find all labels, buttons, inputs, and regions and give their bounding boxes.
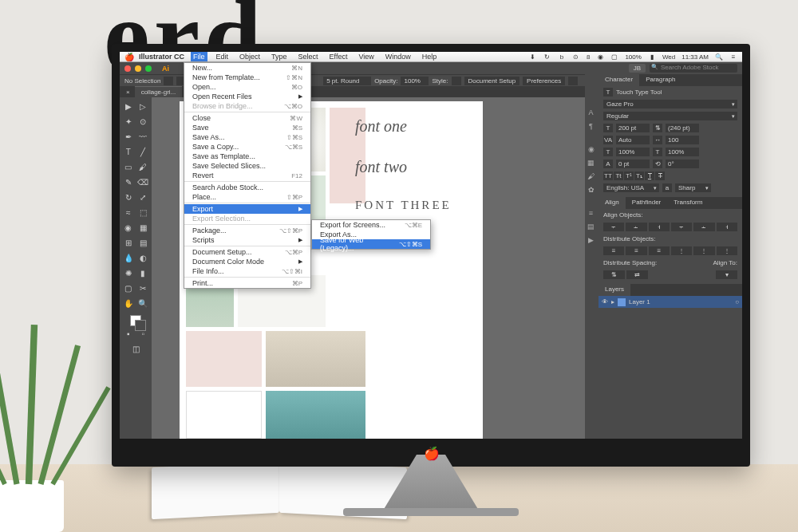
- export-submenu-item[interactable]: Export for Screens...⌥⌘E: [312, 220, 430, 230]
- file-menu-item[interactable]: Export▶: [184, 204, 310, 214]
- baseline-input[interactable]: 0 pt: [616, 160, 650, 168]
- antialias-select[interactable]: Sharp: [675, 183, 711, 192]
- screen-mode[interactable]: ◫: [121, 341, 150, 356]
- pathfinder-tab[interactable]: Pathfinder: [626, 197, 667, 209]
- zoom-tool[interactable]: 🔍: [136, 296, 151, 310]
- opacity-input[interactable]: 100%: [401, 77, 429, 85]
- kerning-input[interactable]: Auto: [616, 136, 650, 144]
- smallcaps-icon[interactable]: Tt: [614, 171, 623, 180]
- menu-icon[interactable]: ≡: [729, 53, 737, 61]
- app-name[interactable]: Illustrator CC: [139, 53, 184, 61]
- doc-setup-button[interactable]: Document Setup: [464, 77, 520, 85]
- file-menu-item[interactable]: Place...⇧⌘P: [184, 192, 310, 202]
- stroke-select[interactable]: 5 pt. Round: [323, 77, 371, 85]
- file-menu-item[interactable]: Open...⌘O: [184, 82, 310, 92]
- file-menu-item[interactable]: New from Template...⇧⌘N: [184, 73, 310, 82]
- align-hcenter-icon[interactable]: ⫠: [626, 223, 646, 231]
- menu-type[interactable]: Type: [269, 52, 290, 61]
- color-icon[interactable]: ◉: [585, 143, 597, 155]
- minimize-icon[interactable]: [135, 65, 141, 72]
- file-menu-item[interactable]: New...⌘N: [184, 63, 310, 73]
- layers-tab[interactable]: Layers: [598, 284, 630, 296]
- character-tab[interactable]: Character: [598, 74, 639, 86]
- align-top-icon[interactable]: ⫟: [671, 223, 692, 231]
- direct-selection-tool[interactable]: ▷: [136, 99, 151, 113]
- hand-tool[interactable]: ✋: [121, 296, 136, 310]
- swatches-icon[interactable]: ▦: [585, 156, 597, 168]
- strikethrough-icon[interactable]: T̶: [655, 171, 665, 180]
- maximize-icon[interactable]: [145, 65, 152, 72]
- pen-tool[interactable]: ✒: [121, 129, 136, 144]
- spacing-v-icon[interactable]: ⇅: [603, 270, 625, 279]
- file-menu-item[interactable]: Search Adobe Stock...: [184, 183, 310, 192]
- font-family-select[interactable]: Gaze Pro: [603, 100, 737, 108]
- menu-file[interactable]: File: [191, 52, 207, 61]
- document-tab[interactable]: collage-gri...: [135, 86, 183, 97]
- file-menu-item[interactable]: Save As...⇧⌘S: [184, 132, 310, 142]
- paintbrush-tool[interactable]: 🖌: [136, 160, 151, 174]
- dist-bottom-icon[interactable]: ≡: [649, 246, 670, 255]
- file-menu-item[interactable]: Save as Template...: [184, 152, 310, 161]
- close-icon[interactable]: [124, 65, 131, 72]
- char-icon[interactable]: A: [585, 106, 597, 118]
- apple-menu-icon[interactable]: 🍎: [124, 53, 134, 61]
- style-swatch[interactable]: [452, 77, 461, 85]
- file-menu-item[interactable]: Document Color Mode▶: [184, 257, 310, 266]
- user-badge[interactable]: JB: [629, 64, 646, 73]
- alignto-select[interactable]: ▾: [716, 270, 737, 279]
- headphones-icon[interactable]: ⊙: [572, 53, 580, 61]
- para-icon[interactable]: ¶: [585, 120, 597, 132]
- align-tab[interactable]: Align: [598, 197, 626, 209]
- menu-window[interactable]: Window: [383, 52, 413, 61]
- paragraph-tab[interactable]: Paragraph: [639, 74, 681, 86]
- dropbox-icon[interactable]: ⬇: [529, 53, 537, 61]
- file-menu-item[interactable]: RevertF12: [184, 171, 310, 180]
- wifi-icon[interactable]: ◉: [596, 53, 604, 61]
- align-right-icon[interactable]: ⫞: [649, 223, 670, 231]
- graph-tool[interactable]: ▮: [136, 266, 151, 280]
- layer-name[interactable]: Layer 1: [629, 298, 650, 305]
- shape-builder-tool[interactable]: ◉: [121, 220, 136, 234]
- gradient-tool[interactable]: ▤: [136, 235, 151, 250]
- target-icon[interactable]: ○: [735, 298, 739, 305]
- airplay-icon[interactable]: ▢: [610, 53, 618, 61]
- transform-tab[interactable]: Transform: [667, 197, 709, 209]
- menu-select[interactable]: Select: [296, 52, 321, 61]
- file-menu-item[interactable]: Close⌘W: [184, 113, 310, 123]
- mesh-tool[interactable]: ⊞: [121, 235, 136, 250]
- slice-tool[interactable]: ✂: [136, 281, 151, 295]
- preferences-button[interactable]: Preferences: [523, 77, 565, 85]
- leading-input[interactable]: (240 pt): [666, 124, 699, 132]
- perspective-tool[interactable]: ▦: [136, 220, 151, 234]
- underline-icon[interactable]: T̲: [645, 171, 654, 180]
- search-icon[interactable]: 🔍: [715, 53, 723, 61]
- eraser-tool[interactable]: ⌫: [136, 175, 151, 189]
- file-menu-item[interactable]: Print...⌘P: [184, 278, 310, 288]
- allcaps-icon[interactable]: TT: [603, 171, 613, 180]
- fill-swatch[interactable]: [164, 77, 173, 85]
- vscale-input[interactable]: 100%: [616, 148, 650, 156]
- align-vcenter-icon[interactable]: ⫠: [693, 223, 714, 231]
- symbol-sprayer-tool[interactable]: ✺: [121, 266, 136, 280]
- dist-left-icon[interactable]: ⋮: [671, 246, 692, 255]
- dist-right-icon[interactable]: ⋮: [717, 246, 737, 255]
- selection-tool[interactable]: ▶: [121, 99, 136, 113]
- symbols-icon[interactable]: ✿: [585, 183, 597, 195]
- file-menu-item[interactable]: Document Setup...⌥⌘P: [184, 247, 310, 257]
- export-submenu-item[interactable]: Save for Web (Legacy)...⌥⇧⌘S: [312, 239, 430, 249]
- visibility-icon[interactable]: 👁: [602, 298, 608, 305]
- menu-effect[interactable]: Effect: [327, 52, 350, 61]
- tracking-input[interactable]: 100: [666, 136, 699, 144]
- curvature-tool[interactable]: 〰: [136, 129, 151, 144]
- type-tool[interactable]: T: [121, 144, 136, 159]
- magic-wand-tool[interactable]: ✦: [121, 114, 136, 128]
- file-menu-item[interactable]: Open Recent Files▶: [184, 92, 310, 101]
- file-menu-item[interactable]: File Info...⌥⇧⌘I: [184, 266, 310, 276]
- font-size-input[interactable]: 200 pt: [616, 124, 650, 132]
- sync-icon[interactable]: ↻: [543, 53, 551, 61]
- align-icon[interactable]: [568, 77, 578, 85]
- scale-tool[interactable]: ⤢: [136, 190, 151, 204]
- gradient-icon[interactable]: ▤: [585, 220, 597, 232]
- battery-icon[interactable]: ▮: [648, 53, 656, 61]
- hscale-input[interactable]: 100%: [666, 148, 699, 156]
